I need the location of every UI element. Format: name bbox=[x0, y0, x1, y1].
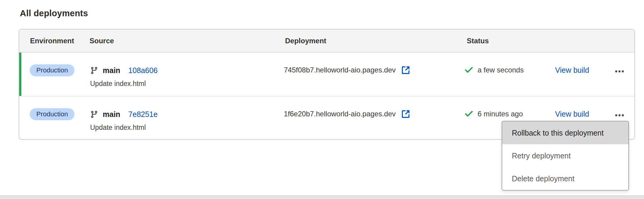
commit-link[interactable]: 108a606 bbox=[128, 66, 157, 75]
ellipsis-icon bbox=[615, 114, 617, 116]
commit-link[interactable]: 7e8251e bbox=[128, 110, 157, 119]
current-deployment-indicator bbox=[19, 53, 21, 96]
status-cell: 6 minutes ago bbox=[464, 108, 523, 120]
check-icon bbox=[464, 65, 474, 75]
source-cell: main 108a606 bbox=[90, 65, 158, 76]
commit-message: Update index.html bbox=[90, 80, 146, 88]
menu-item-rollback[interactable]: Rollback to this deployment bbox=[502, 121, 628, 144]
deployment-cell: 1f6e20b7.helloworld-aio.pages.dev bbox=[284, 108, 411, 120]
deployment-actions-menu: Rollback to this deployment Retry deploy… bbox=[502, 121, 629, 191]
column-header-source: Source bbox=[90, 37, 114, 45]
git-branch-icon bbox=[90, 66, 98, 75]
branch-name: main bbox=[103, 66, 120, 75]
git-branch-icon bbox=[90, 110, 98, 118]
check-icon bbox=[464, 109, 474, 119]
status-time: a few seconds bbox=[478, 66, 524, 74]
view-build-link[interactable]: View build bbox=[555, 66, 589, 75]
more-actions-button[interactable] bbox=[613, 112, 625, 119]
table-row: Production main 108a606 Update index.htm… bbox=[19, 53, 634, 96]
deployments-page: All deployments Environment Source Deplo… bbox=[0, 0, 644, 199]
column-header-environment: Environment bbox=[30, 37, 74, 45]
environment-badge: Production bbox=[30, 64, 74, 76]
external-link-icon[interactable] bbox=[401, 65, 411, 75]
column-header-deployment: Deployment bbox=[285, 37, 326, 45]
deployment-cell: 745f08b7.helloworld-aio.pages.dev bbox=[284, 64, 411, 76]
ellipsis-icon bbox=[615, 70, 617, 72]
column-header-status: Status bbox=[467, 37, 489, 45]
status-cell: a few seconds bbox=[464, 64, 524, 76]
view-build-link[interactable]: View build bbox=[555, 110, 589, 118]
menu-item-delete[interactable]: Delete deployment bbox=[502, 167, 628, 190]
deployment-url: 1f6e20b7.helloworld-aio.pages.dev bbox=[284, 110, 396, 118]
environment-badge: Production bbox=[30, 108, 74, 120]
deployment-url: 745f08b7.helloworld-aio.pages.dev bbox=[284, 66, 396, 74]
page-title: All deployments bbox=[20, 8, 88, 18]
commit-message: Update index.html bbox=[90, 124, 146, 132]
more-actions-button[interactable] bbox=[613, 68, 625, 75]
status-time: 6 minutes ago bbox=[478, 110, 523, 118]
section-divider-fill bbox=[0, 196, 644, 199]
table-header-row: Environment Source Deployment Status bbox=[19, 29, 634, 53]
branch-name: main bbox=[103, 110, 120, 119]
menu-item-retry[interactable]: Retry deployment bbox=[502, 144, 628, 167]
source-cell: main 7e8251e bbox=[90, 109, 158, 120]
external-link-icon[interactable] bbox=[401, 109, 411, 119]
